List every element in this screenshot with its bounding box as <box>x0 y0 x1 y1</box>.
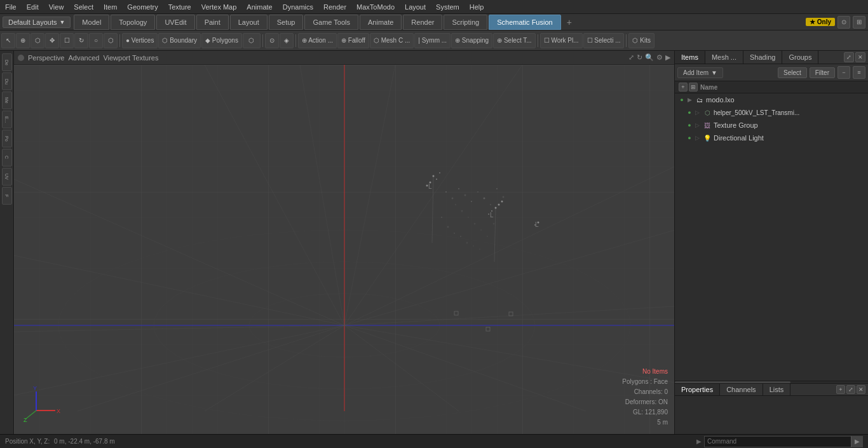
tool-symm[interactable]: | Symm ... <box>414 33 451 48</box>
tool-mesh-c[interactable]: ⬡ Mesh C ... <box>370 33 414 48</box>
vp-ctrl-gear[interactable]: ⚙ <box>656 53 663 62</box>
tool-rect[interactable]: ☐ <box>60 33 74 48</box>
left-tool-me[interactable]: Me <box>2 92 12 109</box>
tab-lists[interactable]: Lists <box>763 384 791 395</box>
menu-render[interactable]: Render <box>318 2 351 12</box>
panel-extra-btn[interactable]: ≡ <box>853 66 865 79</box>
command-input[interactable] <box>705 438 851 445</box>
menu-edit[interactable]: Edit <box>22 2 44 12</box>
menu-geometry[interactable]: Geometry <box>122 2 163 12</box>
header-plus-icon[interactable]: + <box>679 83 688 92</box>
tool-polygons[interactable]: ◆ Polygons <box>201 33 242 48</box>
item-row-modo-lxo[interactable]: ● ▶ 🗂 modo.lxo <box>675 93 868 106</box>
left-tool-c[interactable]: C <box>2 149 12 166</box>
props-close-icon[interactable]: ✕ <box>857 385 865 394</box>
tab-items[interactable]: Items <box>675 51 705 64</box>
tool-pointer[interactable]: ↖ <box>1 33 15 48</box>
item-expand-modo-lxo[interactable]: ▶ <box>688 97 695 103</box>
item-row-directional-light[interactable]: ● ▷ 💡 Directional Light <box>675 132 868 144</box>
props-add-icon[interactable]: + <box>836 385 845 394</box>
tab-setup[interactable]: Setup <box>269 15 304 30</box>
item-expand-helper[interactable]: ▷ <box>695 109 703 116</box>
tool-snap2[interactable]: ◈ <box>280 33 294 48</box>
left-tool-e[interactable]: E... <box>2 111 12 128</box>
left-tool-po[interactable]: Po <box>2 130 12 147</box>
panel-close-icon[interactable]: ✕ <box>855 52 865 62</box>
menu-maxtomodo[interactable]: MaxToModo <box>351 2 400 12</box>
tab-properties[interactable]: Properties <box>675 384 720 395</box>
item-expand-directional-light[interactable]: ▷ <box>695 135 703 141</box>
tab-animate[interactable]: Animate <box>360 15 402 30</box>
viewport-canvas[interactable]: L L L No Items Polygons : Face Channels:… <box>14 65 674 434</box>
select-btn[interactable]: Select <box>778 67 807 78</box>
tool-action[interactable]: ⊕ Action ... <box>298 33 337 48</box>
menu-dynamics[interactable]: Dynamics <box>278 2 318 12</box>
tab-mesh[interactable]: Mesh ... <box>705 51 743 64</box>
panel-minus-btn[interactable]: − <box>837 66 850 79</box>
item-expand-texture-group[interactable]: ▷ <box>695 122 703 128</box>
tab-schematic-fusion[interactable]: Schematic Fusion <box>489 15 560 30</box>
tab-groups[interactable]: Groups <box>782 51 818 64</box>
tab-render[interactable]: Render <box>403 15 442 30</box>
left-tool-de[interactable]: De <box>2 53 12 71</box>
tool-falloff[interactable]: ⊕ Falloff <box>337 33 369 48</box>
tab-paint[interactable]: Paint <box>196 15 229 30</box>
tool-snap1[interactable]: ⊙ <box>265 33 279 48</box>
layout-icon-btn-1[interactable]: ⊙ <box>837 16 850 29</box>
menu-help[interactable]: Help <box>465 2 489 12</box>
tab-scripting[interactable]: Scripting <box>444 15 487 30</box>
tab-add-button[interactable]: + <box>562 15 577 29</box>
tool-select-t[interactable]: ⊕ Select T... <box>493 33 536 48</box>
layout-icon-btn-2[interactable]: ⊞ <box>853 16 865 29</box>
menu-file[interactable]: File <box>0 2 22 12</box>
tool-selecti[interactable]: ☐ Selecti ... <box>583 33 625 48</box>
panel-expand-icon[interactable]: ⤢ <box>844 52 854 62</box>
item-row-texture-group[interactable]: ● ▷ 🖼 Texture Group <box>675 119 868 132</box>
tab-shading[interactable]: Shading <box>743 51 782 64</box>
tool-snapping[interactable]: ⊕ Snapping <box>451 33 492 48</box>
left-tool-uv[interactable]: UV <box>2 168 12 186</box>
tool-mesh-mode[interactable]: ⬡ <box>243 33 261 48</box>
tab-topology[interactable]: Topology <box>111 15 155 30</box>
tool-globe[interactable]: ⊕ <box>16 33 30 48</box>
props-expand-icon[interactable]: ⤢ <box>846 385 855 394</box>
viewport[interactable]: Perspective Advanced Viewport Textures ⤢… <box>14 51 674 434</box>
menu-view[interactable]: View <box>44 2 69 12</box>
tool-boundary[interactable]: ⬡ Boundary <box>158 33 201 48</box>
menu-animate[interactable]: Animate <box>241 2 277 12</box>
item-vis-directional-light[interactable]: ● <box>685 133 694 142</box>
menu-layout[interactable]: Layout <box>400 2 431 12</box>
vp-ctrl-rotate[interactable]: ↻ <box>637 53 642 62</box>
tab-layout[interactable]: Layout <box>230 15 268 30</box>
menu-select[interactable]: Select <box>69 2 98 12</box>
filter-btn[interactable]: Filter <box>810 67 835 78</box>
command-run-button[interactable]: ▶ <box>851 436 862 447</box>
menu-item[interactable]: Item <box>98 2 122 12</box>
tab-gametools[interactable]: Game Tools <box>304 15 358 30</box>
item-vis-helper[interactable]: ● <box>685 108 694 117</box>
menu-texture[interactable]: Texture <box>163 2 196 12</box>
item-vis-texture-group[interactable]: ● <box>685 121 694 130</box>
left-tool-f[interactable]: F <box>2 187 12 205</box>
tab-uvedit[interactable]: UVEdit <box>156 15 194 30</box>
vp-ctrl-search[interactable]: 🔍 <box>645 53 654 62</box>
left-tool-du[interactable]: Du <box>2 72 12 90</box>
tool-kits[interactable]: ⬡ Kits <box>628 33 654 48</box>
tool-shield[interactable]: ⬡ <box>104 33 118 48</box>
item-row-helper[interactable]: ● ▷ ⬡ helper_500kV_LST_Transmi... <box>675 106 868 119</box>
layout-dropdown[interactable]: Default Layouts ▼ <box>3 17 71 28</box>
tool-rotate[interactable]: ↻ <box>74 33 88 48</box>
menu-vertexmap[interactable]: Vertex Map <box>196 2 242 12</box>
tool-vertices[interactable]: ● Vertices <box>122 33 158 48</box>
vp-ctrl-move[interactable]: ⤢ <box>628 53 634 62</box>
vp-ctrl-expand[interactable]: ▶ <box>665 53 670 62</box>
tool-circle[interactable]: ○ <box>89 33 103 48</box>
tab-channels[interactable]: Channels <box>720 384 763 395</box>
item-vis-modo-lxo[interactable]: ● <box>677 95 686 104</box>
add-item-button[interactable]: Add Item ▼ <box>677 67 723 78</box>
tool-lasso[interactable]: ⬡ <box>31 33 44 48</box>
tab-model[interactable]: Model <box>74 15 109 30</box>
tool-work-pl[interactable]: ☐ Work Pl... <box>540 33 583 48</box>
tool-move[interactable]: ✥ <box>45 33 59 48</box>
menu-system[interactable]: System <box>431 2 465 12</box>
